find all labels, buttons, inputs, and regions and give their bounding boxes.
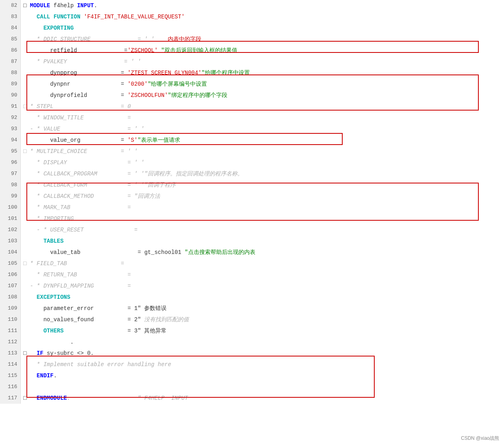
line-number: 100: [0, 202, 21, 213]
code-line-112: 112 .: [0, 336, 504, 348]
line-content: dynpnr = '0200'"给哪个屏幕编号中设置: [21, 79, 504, 90]
line-number: 110: [0, 314, 21, 325]
code-line-108: 108 EXCEPTIONS: [0, 292, 504, 303]
code-line-91: 91□ * STEPL = 0: [0, 101, 504, 112]
token: Implement suitable error handling here: [43, 359, 171, 370]
token: = ' ': [87, 146, 138, 157]
token: =: [80, 135, 128, 146]
line-number: 112: [0, 336, 21, 348]
token: IMPORTING: [43, 213, 74, 224]
token: CALLBACK_PROGRAM: [43, 168, 97, 179]
token: FIELD_TAB: [37, 258, 67, 269]
token: = 0: [54, 101, 131, 112]
token: DYNPFLD_MAPPING: [43, 280, 94, 292]
line-number: 95: [0, 146, 21, 157]
line-content: - * DYNPFLD_MAPPING =: [21, 280, 504, 292]
line-number: 114: [0, 359, 21, 370]
token: □ *: [23, 101, 37, 112]
token: PVALKEY: [43, 56, 67, 67]
token: "给哪个屏幕编号中设置: [148, 79, 207, 90]
line-number: 109: [0, 303, 21, 314]
line-number: 115: [0, 370, 21, 381]
line-number: 101: [0, 213, 21, 224]
token: - *: [23, 224, 50, 236]
code-line-86: 86 retfield ='ZSCHOOL' "双击后返回到输入框的结果值: [0, 45, 504, 56]
token: 'ZSCHOOL': [127, 45, 158, 56]
line-content: no_values_found = 2" 没有找到匹配的值: [21, 314, 504, 325]
token: = ' ': [67, 56, 141, 67]
token: 没有找到匹配的值: [144, 314, 189, 325]
token: [23, 11, 37, 22]
token: 'S': [127, 135, 137, 146]
token: "表示单一值请求: [138, 135, 180, 146]
token: USER_RESET: [50, 224, 84, 236]
line-content: TABLES: [21, 236, 504, 247]
token: [23, 303, 43, 314]
line-content: □ IF sy-subrc <> 0.: [21, 348, 504, 359]
line-content: value_tab = gt_school01 "点击搜索帮助后出现的内表: [21, 247, 504, 258]
token: *: [23, 179, 43, 191]
code-line-96: 96 * DISPLAY = ' ': [0, 157, 504, 168]
line-content: EXPORTING: [21, 22, 504, 34]
token: '0200': [127, 79, 147, 90]
token: value_tab: [50, 247, 80, 258]
token: [23, 236, 43, 247]
line-content: .: [21, 336, 504, 348]
code-line-109: 109 parameter_error = 1" 参数错误: [0, 303, 504, 314]
code-line-101: 101 * IMPORTING: [0, 213, 504, 224]
token: = 3" 其他异常: [64, 325, 167, 336]
token: =: [84, 112, 131, 123]
token: "点击搜索帮助后出现的内表: [185, 247, 255, 258]
token: =: [70, 79, 128, 90]
code-line-116: 116: [0, 381, 504, 393]
token: = ' ': [90, 34, 168, 45]
code-line-85: 85 * DDIC_STRUCTURE = ' ' 内表中的字段: [0, 34, 504, 45]
token: *: [23, 269, 43, 280]
code-line-89: 89 dynpnr = '0200'"给哪个屏幕编号中设置: [0, 79, 504, 90]
line-number: 92: [0, 112, 21, 123]
token: 'F4IF_INT_TABLE_VALUE_REQUEST': [84, 11, 185, 22]
line-content: ENDIF.: [21, 370, 504, 381]
code-line-92: 92 * WINDOW_TITLE =: [0, 112, 504, 123]
token: *: [23, 213, 43, 224]
token: INPUT: [77, 0, 94, 11]
token: CALLBACK_FORM: [43, 179, 87, 191]
token: .: [94, 0, 97, 11]
token: 内表中的字段: [168, 34, 201, 45]
line-content: CALL FUNCTION 'F4IF_INT_TABLE_VALUE_REQU…: [21, 11, 504, 22]
token: □: [23, 348, 37, 359]
code-line-110: 110 no_values_found = 2" 没有找到匹配的值: [0, 314, 504, 325]
token: IF: [37, 348, 44, 359]
token: =: [77, 67, 127, 79]
token: FUNCTION: [54, 11, 80, 22]
code-line-93: 93 - * VALUE = ' ': [0, 123, 504, 135]
token: "双击后返回到输入框的结果值: [158, 45, 237, 56]
token: CALLBACK_METHOD: [43, 191, 94, 202]
token: TABLES: [43, 236, 63, 247]
line-content: □ MODULE f4help INPUT.: [21, 0, 504, 11]
code-line-82: 82□ MODULE f4help INPUT.: [0, 0, 504, 11]
line-number: 82: [0, 0, 21, 11]
token: value_org: [50, 135, 80, 146]
token: [23, 381, 26, 393]
token: [23, 135, 50, 146]
code-line-115: 115 ENDIF.: [0, 370, 504, 381]
token: STEPL: [37, 101, 54, 112]
line-content: □ ENDMODULE. " F4HELP INPUT: [21, 393, 504, 404]
line-number: 96: [0, 157, 21, 168]
token: = "回调方法: [94, 191, 160, 202]
line-number: 102: [0, 224, 21, 236]
token: .: [54, 370, 57, 381]
token: . " F4HELP INPUT: [67, 393, 188, 404]
token: parameter_error: [43, 303, 94, 314]
line-content: □ * FIELD_TAB =: [21, 258, 504, 269]
token: no_values_found: [43, 314, 94, 325]
line-number: 113: [0, 348, 21, 359]
line-content: OTHERS = 3" 其他异常: [21, 325, 504, 336]
watermark: CSDN @xiao战熊: [461, 435, 499, 442]
line-content: * CALLBACK_PROGRAM = ' '"回调程序。指定回调处理的程序名…: [21, 168, 504, 179]
line-content: * MARK_TAB =: [21, 202, 504, 213]
code-line-87: 87 * PVALKEY = ' ': [0, 56, 504, 67]
token: MULTIPLE_CHOICE: [37, 146, 87, 157]
line-number: 89: [0, 79, 21, 90]
